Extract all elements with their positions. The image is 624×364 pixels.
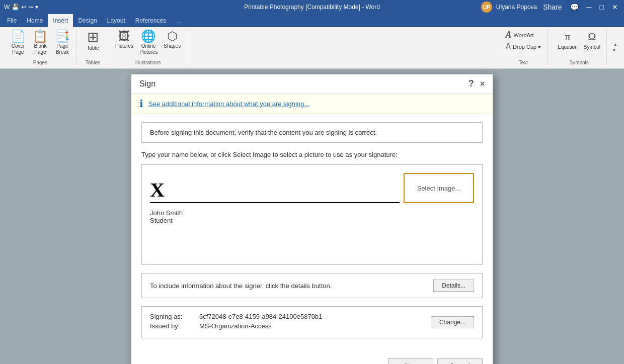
dropcap-icon: A bbox=[505, 42, 511, 51]
customize-icon[interactable]: ▾ bbox=[35, 4, 38, 11]
verify-box: Before signing this document, verify tha… bbox=[141, 122, 483, 143]
page-break-icon: 📑 bbox=[55, 30, 70, 42]
dropcap-label: Drop Cap ▾ bbox=[513, 44, 541, 50]
signature-text-input[interactable] bbox=[173, 190, 400, 200]
select-image-btn[interactable]: Select Image... bbox=[404, 173, 474, 203]
ribbon: File Home Insert Design Layout Reference… bbox=[0, 14, 624, 69]
cancel-btn[interactable]: Cancel bbox=[437, 358, 483, 364]
quick-access-toolbar: W 💾 ↩ ↪ ▾ bbox=[4, 4, 38, 11]
table-icon: ⊞ bbox=[87, 30, 99, 44]
issued-by-value: MS-Organization-Access bbox=[199, 322, 272, 330]
page-break-btn[interactable]: 📑 PageBreak bbox=[52, 29, 72, 56]
restore-btn[interactable]: □ bbox=[598, 3, 606, 11]
cover-page-icon: 📄 bbox=[11, 30, 26, 42]
text-group-label: Text bbox=[519, 59, 528, 65]
user-area: UP Ulyana Popova bbox=[481, 2, 537, 13]
dialog-title-bar: Sign ? × bbox=[131, 74, 493, 94]
save-icon[interactable]: 💾 bbox=[12, 4, 19, 11]
blank-page-icon: 📋 bbox=[33, 30, 48, 42]
symbol-label: Symbol bbox=[584, 44, 600, 50]
details-section: To include information about the signer,… bbox=[141, 273, 483, 298]
table-label: Table bbox=[87, 45, 99, 51]
ribbon-tabs: File Home Insert Design Layout Reference… bbox=[0, 14, 624, 27]
verify-text: Before signing this document, verify tha… bbox=[150, 129, 377, 136]
equation-btn[interactable]: π Equation bbox=[556, 29, 579, 51]
group-symbols: π Equation Ω Symbol Symbols bbox=[552, 29, 607, 65]
shapes-icon: ⬡ bbox=[167, 30, 178, 42]
cover-page-btn[interactable]: 📄 CoverPage bbox=[8, 29, 28, 56]
online-pictures-btn[interactable]: 🌐 OnlinePictures bbox=[137, 29, 160, 56]
wordart-btn[interactable]: A WordArt bbox=[503, 29, 543, 41]
illustrations-buttons: 🖼 Pictures 🌐 OnlinePictures ⬡ Shapes bbox=[113, 29, 183, 59]
tab-more[interactable]: ... bbox=[171, 14, 186, 27]
dialog-body: Before signing this document, verify tha… bbox=[131, 114, 493, 354]
sign-btn[interactable]: Sign bbox=[388, 358, 433, 364]
pictures-btn[interactable]: 🖼 Pictures bbox=[113, 29, 135, 50]
title-bar-right: UP Ulyana Popova Share 💬 ─ □ ✕ bbox=[481, 2, 620, 13]
dialog-title: Sign bbox=[139, 79, 155, 88]
tables-group-label: Tables bbox=[86, 59, 100, 65]
dialog-title-actions: ? × bbox=[469, 78, 485, 89]
pictures-label: Pictures bbox=[115, 43, 133, 49]
avatar: UP bbox=[481, 2, 492, 13]
dropcap-btn[interactable]: A Drop Cap ▾ bbox=[503, 42, 543, 52]
signer-name: John Smith bbox=[150, 209, 474, 217]
table-btn[interactable]: ⊞ Table bbox=[83, 29, 103, 52]
pages-group-label: Pages bbox=[33, 59, 47, 65]
page-break-label: PageBreak bbox=[56, 43, 69, 55]
ribbon-content: 📄 CoverPage 📋 BlankPage 📑 PageBreak Page… bbox=[0, 27, 624, 68]
text-buttons: A WordArt A Drop Cap ▾ bbox=[503, 29, 543, 59]
signing-as-row: Signing as: 6cf72048-e7e8-4159-a984-2410… bbox=[150, 313, 322, 320]
shapes-btn[interactable]: ⬡ Shapes bbox=[162, 29, 183, 50]
signing-as-value: 6cf72048-e7e8-4159-a984-24100e5870b1 bbox=[199, 313, 322, 320]
tab-design[interactable]: Design bbox=[73, 14, 102, 27]
signing-as-label: Signing as: bbox=[150, 313, 195, 320]
signature-x-mark: X bbox=[150, 180, 165, 200]
tab-layout[interactable]: Layout bbox=[102, 14, 130, 27]
tab-home[interactable]: Home bbox=[22, 14, 48, 27]
signature-instructions: Type your name below, or click Select Im… bbox=[141, 151, 483, 158]
share-btn[interactable]: Share bbox=[541, 3, 564, 11]
word-background: Sign ? × ℹ See additional information ab… bbox=[0, 69, 624, 364]
symbol-icon: Ω bbox=[588, 30, 596, 43]
details-btn[interactable]: Details... bbox=[433, 280, 474, 292]
tab-references[interactable]: References bbox=[130, 14, 171, 27]
signing-as-section: Signing as: 6cf72048-e7e8-4159-a984-2410… bbox=[141, 306, 483, 338]
tab-insert[interactable]: Insert bbox=[48, 14, 73, 27]
tables-buttons: ⊞ Table bbox=[83, 29, 103, 59]
equation-label: Equation bbox=[558, 44, 577, 50]
ribbon-expand-btn[interactable]: ▲▾ bbox=[611, 42, 620, 53]
dialog-help-btn[interactable]: ? bbox=[469, 78, 474, 89]
close-btn[interactable]: ✕ bbox=[610, 3, 620, 11]
info-banner: ℹ See additional information about what … bbox=[131, 94, 493, 114]
signing-as-info: Signing as: 6cf72048-e7e8-4159-a984-2410… bbox=[150, 313, 322, 332]
dialog-close-btn[interactable]: × bbox=[480, 79, 485, 88]
details-text: To include information about the signer,… bbox=[150, 282, 332, 290]
sign-dialog: Sign ? × ℹ See additional information ab… bbox=[131, 74, 493, 364]
dialog-overlay: Sign ? × ℹ See additional information ab… bbox=[0, 69, 624, 364]
symbols-buttons: π Equation Ω Symbol bbox=[556, 29, 602, 59]
group-illustrations: 🖼 Pictures 🌐 OnlinePictures ⬡ Shapes Ill… bbox=[109, 29, 187, 65]
group-text: A WordArt A Drop Cap ▾ Text bbox=[499, 29, 548, 65]
pages-buttons: 📄 CoverPage 📋 BlankPage 📑 PageBreak bbox=[8, 29, 72, 59]
illustrations-group-label: Illustrations bbox=[135, 59, 161, 65]
undo-icon[interactable]: ↩ bbox=[21, 4, 26, 11]
comment-icon[interactable]: 💬 bbox=[568, 3, 581, 11]
issued-by-label: Issued by: bbox=[150, 322, 195, 330]
signer-info: John Smith Student bbox=[150, 207, 474, 224]
group-pages: 📄 CoverPage 📋 BlankPage 📑 PageBreak Page… bbox=[4, 29, 77, 65]
symbol-btn[interactable]: Ω Symbol bbox=[582, 29, 602, 51]
title-bar: W 💾 ↩ ↪ ▾ Printable Photography [Compati… bbox=[0, 0, 624, 14]
dialog-footer: Sign Cancel bbox=[131, 354, 493, 364]
equation-icon: π bbox=[565, 30, 570, 43]
redo-icon[interactable]: ↪ bbox=[28, 4, 33, 11]
online-pictures-label: OnlinePictures bbox=[139, 43, 158, 55]
minimize-btn[interactable]: ─ bbox=[585, 3, 594, 11]
symbols-group-label: Symbols bbox=[569, 59, 588, 65]
info-link[interactable]: See additional information about what yo… bbox=[148, 100, 309, 108]
change-btn[interactable]: Change... bbox=[431, 316, 474, 328]
tab-file[interactable]: File bbox=[2, 14, 22, 27]
blank-page-btn[interactable]: 📋 BlankPage bbox=[30, 29, 50, 56]
group-tables: ⊞ Table Tables bbox=[78, 29, 108, 65]
issued-by-row: Issued by: MS-Organization-Access bbox=[150, 322, 322, 330]
